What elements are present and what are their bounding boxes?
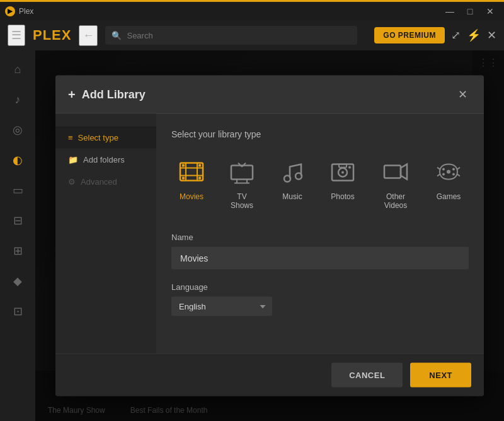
section-title: Select your library type bbox=[171, 129, 469, 139]
svg-point-21 bbox=[348, 166, 351, 169]
svg-point-25 bbox=[442, 168, 445, 171]
music-icon bbox=[277, 157, 307, 187]
title-bar: ▶ Plex — □ ✕ bbox=[0, 0, 504, 20]
name-input[interactable] bbox=[171, 247, 469, 270]
maximize-button[interactable]: □ bbox=[461, 5, 479, 18]
tv-shows-label: TV Shows bbox=[227, 192, 257, 210]
svg-line-29 bbox=[437, 168, 440, 170]
folder-icon: 📁 bbox=[68, 155, 78, 164]
select-type-label: Select type bbox=[78, 133, 118, 142]
library-types: Movies bbox=[171, 152, 469, 215]
app-header: ☰ PLEX ← 🔍 GO PREMIUM ⤢ ⚡ ✕ bbox=[0, 20, 504, 50]
svg-rect-22 bbox=[384, 166, 401, 178]
svg-point-26 bbox=[452, 168, 455, 171]
svg-point-19 bbox=[341, 171, 344, 174]
svg-line-32 bbox=[457, 175, 460, 176]
svg-point-15 bbox=[284, 176, 290, 182]
music-label: Music bbox=[282, 192, 302, 201]
plex-logo: PLEX bbox=[33, 27, 71, 43]
add-folders-label: Add folders bbox=[83, 155, 125, 164]
modal-body: ≡ Select type 📁 Add folders ⚙ Advanced S… bbox=[55, 114, 484, 354]
language-label: Language bbox=[171, 282, 469, 292]
tv-shows-icon bbox=[227, 157, 257, 187]
library-type-music[interactable]: Music bbox=[272, 152, 312, 215]
photos-icon bbox=[328, 157, 358, 187]
close-button[interactable]: ✕ bbox=[481, 5, 499, 18]
sidebar-item-channels[interactable]: ⊞ bbox=[5, 238, 30, 263]
svg-point-16 bbox=[295, 173, 302, 180]
sidebar-item-other[interactable]: ⊡ bbox=[5, 299, 30, 324]
window-title: Plex bbox=[19, 7, 33, 16]
library-type-photos[interactable]: Photos bbox=[323, 152, 363, 215]
svg-rect-6 bbox=[198, 164, 201, 167]
list-icon: ≡ bbox=[68, 133, 73, 142]
main-content: ⋮⋮ The Maury Show Best Fails of the Mont… bbox=[35, 50, 504, 421]
add-library-modal: + Add Library ✕ ≡ Select type 📁 Add fold… bbox=[55, 76, 484, 396]
language-field-group: Language English French German Spanish J… bbox=[171, 282, 469, 316]
premium-button[interactable]: GO PREMIUM bbox=[374, 27, 445, 43]
gear-icon: ⚙ bbox=[68, 177, 76, 187]
modal-close-button[interactable]: ✕ bbox=[454, 86, 471, 103]
modal-sidebar-select-type[interactable]: ≡ Select type bbox=[55, 127, 156, 149]
cancel-button[interactable]: CANCEL bbox=[331, 363, 403, 388]
modal-title-text: Add Library bbox=[82, 88, 146, 101]
plus-icon: + bbox=[68, 87, 76, 101]
svg-rect-20 bbox=[339, 164, 346, 168]
back-button[interactable]: ← bbox=[79, 25, 98, 46]
movies-icon bbox=[176, 157, 207, 187]
window-controls: — □ ✕ bbox=[441, 5, 499, 18]
sidebar: ⌂ ♪ ◎ ◐ ▭ ⊟ ⊞ ◆ ⊡ bbox=[0, 50, 35, 421]
close-header-icon[interactable]: ✕ bbox=[487, 28, 496, 42]
games-icon bbox=[433, 157, 464, 187]
name-label: Name bbox=[171, 233, 469, 242]
library-type-other-videos[interactable]: Other Videos bbox=[373, 152, 418, 215]
svg-marker-23 bbox=[401, 164, 407, 180]
minimize-button[interactable]: — bbox=[441, 5, 459, 18]
sidebar-item-movies[interactable]: ◐ bbox=[5, 147, 30, 173]
sidebar-item-music[interactable]: ♪ bbox=[5, 87, 30, 112]
app-icon: ▶ bbox=[5, 6, 15, 16]
sidebar-item-library[interactable]: ⊟ bbox=[5, 208, 30, 233]
svg-point-27 bbox=[442, 173, 445, 176]
modal-sidebar: ≡ Select type 📁 Add folders ⚙ Advanced bbox=[55, 114, 156, 354]
cast-icon[interactable]: ⚡ bbox=[467, 28, 481, 42]
modal-footer: CANCEL NEXT bbox=[55, 354, 484, 396]
language-select[interactable]: English French German Spanish Japanese C… bbox=[171, 297, 272, 316]
svg-rect-9 bbox=[231, 166, 253, 180]
modal-header: + Add Library ✕ bbox=[55, 76, 484, 114]
games-label: Games bbox=[437, 192, 461, 201]
search-icon: 🔍 bbox=[112, 31, 122, 40]
sidebar-item-photos[interactable]: ◎ bbox=[5, 117, 30, 142]
name-field-group: Name bbox=[171, 233, 469, 270]
movies-label: Movies bbox=[180, 192, 203, 201]
search-bar[interactable]: 🔍 bbox=[105, 26, 357, 45]
library-type-games[interactable]: Games bbox=[428, 152, 469, 215]
fullscreen-icon[interactable]: ⤢ bbox=[451, 28, 461, 42]
svg-line-30 bbox=[457, 168, 460, 170]
sidebar-item-home[interactable]: ⌂ bbox=[5, 57, 30, 82]
svg-point-28 bbox=[452, 173, 455, 176]
other-videos-icon bbox=[381, 157, 411, 187]
advanced-label: Advanced bbox=[81, 177, 117, 187]
hamburger-menu[interactable]: ☰ bbox=[8, 25, 25, 46]
svg-rect-8 bbox=[198, 177, 201, 180]
app-body: ⌂ ♪ ◎ ◐ ▭ ⊟ ⊞ ◆ ⊡ ⋮⋮ The Maury Show Best… bbox=[0, 50, 504, 421]
svg-point-24 bbox=[447, 170, 450, 174]
sidebar-item-tv[interactable]: ▭ bbox=[5, 178, 30, 203]
modal-sidebar-add-folders[interactable]: 📁 Add folders bbox=[55, 149, 156, 171]
svg-rect-7 bbox=[182, 177, 185, 180]
sidebar-item-voice[interactable]: ◆ bbox=[5, 268, 30, 294]
library-type-movies[interactable]: Movies bbox=[171, 152, 212, 215]
other-videos-label: Other Videos bbox=[378, 192, 413, 210]
header-actions: GO PREMIUM ⤢ ⚡ ✕ bbox=[374, 27, 496, 43]
svg-rect-5 bbox=[182, 164, 185, 167]
next-button[interactable]: NEXT bbox=[410, 363, 471, 388]
modal-main: Select your library type bbox=[156, 114, 484, 354]
library-type-tv-shows[interactable]: TV Shows bbox=[222, 152, 262, 215]
search-input[interactable] bbox=[127, 31, 351, 40]
modal-title: + Add Library bbox=[68, 87, 146, 101]
svg-line-31 bbox=[437, 175, 440, 176]
photos-label: Photos bbox=[331, 192, 354, 201]
modal-sidebar-advanced: ⚙ Advanced bbox=[55, 171, 156, 193]
